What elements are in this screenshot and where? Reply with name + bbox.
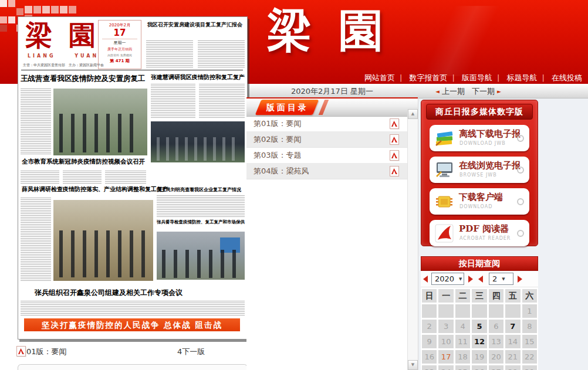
scroll-down-icon: ▼ — [411, 362, 414, 367]
calendar-day: 28 — [505, 365, 520, 370]
year-select[interactable]: 2020 ▼ — [431, 273, 464, 285]
body-text-placeholder — [63, 171, 102, 184]
body-text-placeholder — [157, 195, 245, 218]
calendar-day-issue[interactable]: 12 — [472, 335, 486, 348]
body-text-placeholder — [151, 84, 195, 119]
directory-item-label: 第04版：梁苑风 — [254, 167, 309, 175]
prev-issue-arrow-icon: ◄ — [435, 89, 440, 94]
calendar-panel: 2020 ▼ 2 ▼ 日 一 二 三 四 五 六 1 2 3 4 5 6 7 8 — [421, 271, 538, 370]
photo-field-inspection — [53, 200, 153, 281]
calendar-day: 15 — [522, 335, 537, 348]
top-nav: 网站首页 数字报首页 版面导航 标题导航 在线投稿 — [364, 73, 582, 83]
issue-date: 2020年2月17日 星期一 — [246, 86, 418, 97]
month-next-icon[interactable] — [518, 276, 522, 283]
pdf-icon[interactable] — [390, 118, 399, 129]
month-select[interactable]: 2 ▼ — [489, 273, 513, 285]
photo-sign-board — [220, 237, 240, 253]
mosaic-square — [60, 6, 67, 13]
calendar-day — [422, 304, 437, 318]
calendar-day: 9 — [422, 335, 437, 348]
scroll-up-button[interactable]: ▲ — [408, 109, 418, 119]
calendar-day: 20 — [489, 350, 503, 364]
circle-arrow-icon — [517, 167, 524, 174]
nav-page-navigation[interactable]: 版面导航 — [462, 73, 504, 82]
mosaic-square — [33, 6, 41, 13]
calendar-day: 19 — [472, 350, 486, 364]
headline-a2: 张建慧调研我区疫情防控和复工复产 — [151, 73, 245, 82]
directory-item-page01[interactable]: 第01版：要闻 — [246, 116, 407, 132]
pdf-icon[interactable] — [16, 346, 26, 357]
epidemic-slogan-banner: 坚决打赢疫情防控的人民战争 总体战 阻击战 — [24, 318, 240, 331]
directory-item-label: 第03版：专题 — [254, 151, 302, 159]
weekday-label: 六 — [522, 289, 537, 303]
calendar-day: 8 — [522, 320, 537, 333]
mosaic-square — [25, 6, 32, 13]
body-text-placeholder — [105, 171, 146, 184]
button-label: 离线下载电子报 — [459, 128, 521, 140]
year-prev-icon[interactable] — [423, 276, 428, 283]
info-issue-number: 第 471 期 — [99, 58, 141, 64]
circle-arrow-icon — [517, 230, 524, 237]
info-lunar: 庚子年正月廿四 — [99, 47, 141, 52]
nav-site-home[interactable]: 网站首页 — [364, 73, 407, 82]
directory-header-bar: 版面目录 — [246, 97, 418, 117]
mosaic-square — [51, 6, 59, 13]
calendar-day: 10 — [438, 335, 453, 348]
current-page-label: 第01版：要闻 — [19, 347, 67, 357]
newspaper-supervisor-line: 主管：中共梁园区委宣传部 主办：梁园区新闻学会 — [23, 63, 104, 68]
chip-icon — [434, 191, 455, 212]
scroll-down-button[interactable]: ▼ — [408, 360, 418, 370]
calendar-day: 25 — [455, 365, 470, 370]
pdf-icon[interactable] — [390, 150, 399, 161]
prev-issue-link[interactable]: 上一期 — [442, 87, 465, 96]
nav-digital-home[interactable]: 数字报首页 — [409, 73, 459, 82]
newspaper-page-preview[interactable]: 梁園 LIANG YUAN 主管：中共梁园区委宣传部 主办：梁园区新闻学会 20… — [18, 16, 248, 340]
multimedia-panel: 商丘日报多媒体数字版 离线下载电子报 DOWNLOAD JWB 在线浏览电子报 — [421, 100, 538, 246]
nav-title-navigation[interactable]: 标题导航 — [506, 73, 549, 82]
pdf-icon[interactable] — [390, 134, 399, 145]
calendar-selector-row: 2020 ▼ 2 ▼ — [421, 271, 538, 287]
directory-tab-stripe — [319, 100, 329, 115]
weekday-label: 一 — [438, 289, 453, 303]
info-weekday: 星期一 — [102, 39, 137, 46]
calendar-day — [505, 304, 520, 318]
calendar-day: 26 — [472, 365, 486, 370]
calendar-day: 29 — [522, 365, 537, 370]
chevron-down-icon: ▼ — [459, 277, 462, 281]
headline-a7: 张兵组织召开鑫泉公司组建及相关工作专项会议 — [35, 288, 190, 298]
month-prev-icon[interactable] — [478, 276, 483, 283]
calendar-day-current[interactable]: 17 — [438, 350, 453, 364]
directory-item-page04[interactable]: 第04版：梁苑风 — [246, 163, 407, 179]
pdf-icon[interactable] — [390, 166, 399, 176]
directory-item-page02[interactable]: 第02版：要闻 — [246, 131, 407, 148]
page-directory-panel: 版面目录 第01版：要闻 第02版：要闻 第03版：专题 第04版：梁苑风 — [246, 97, 418, 370]
calendar-day-issue[interactable]: 5 — [472, 320, 486, 333]
mosaic-square — [16, 8, 23, 15]
offline-download-button[interactable]: 离线下载电子报 DOWNLOAD JWB — [430, 125, 529, 151]
directory-item-page03[interactable]: 第03版：专题 — [246, 147, 407, 164]
calendar-day-issue[interactable]: 7 — [505, 320, 520, 333]
download-client-button[interactable]: 下载客户端 DOWNLOAD — [430, 188, 529, 215]
calendar-day: 2 — [422, 320, 437, 333]
online-browse-button[interactable]: 在线浏览电子报 BROWSE JWB — [430, 157, 529, 183]
calendar-day: 22 — [522, 350, 537, 364]
next-issue-link[interactable]: 下一期 — [472, 87, 495, 96]
headline-a5: 倪玉民刘明亮查看我区企业复工复产情况 — [157, 186, 245, 193]
next-page-link[interactable]: 4下一版 — [177, 347, 205, 357]
pdf-reader-button[interactable]: PDF 阅读器 ACROBAT READER — [430, 220, 529, 246]
button-sublabel: ACROBAT READER — [459, 236, 511, 241]
nav-online-submit[interactable]: 在线投稿 — [552, 73, 582, 82]
body-text-placeholder — [198, 40, 245, 69]
calendar-day: 11 — [455, 335, 470, 348]
directory-scrollbar[interactable]: ▲ ▼ — [407, 109, 418, 370]
calendar-day: 18 — [455, 350, 470, 364]
photo-factory-visit — [151, 121, 245, 162]
year-next-icon[interactable] — [468, 276, 473, 283]
calendar-day: 6 — [489, 320, 503, 333]
weekday-label: 四 — [489, 289, 503, 303]
calendar-day: 23 — [422, 365, 437, 370]
info-note: 内部资料 免费赠阅 — [99, 53, 141, 57]
directory-item-label: 第02版：要闻 — [254, 135, 302, 144]
calendar-day — [472, 304, 486, 318]
calendar-day — [489, 304, 503, 318]
